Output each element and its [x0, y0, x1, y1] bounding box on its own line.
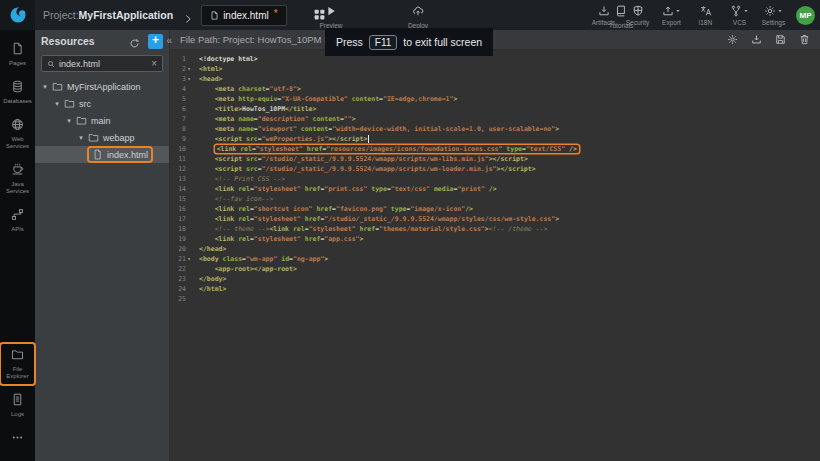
code-line-8[interactable]: 8 <meta name="viewport" content="width=d… — [170, 124, 820, 134]
tree-item-myfirstapplication[interactable]: ▾MyFirstApplication — [35, 78, 169, 95]
folder-icon — [11, 347, 24, 364]
tree-item-inner: src — [61, 97, 94, 110]
add-resource-button[interactable]: + — [148, 34, 163, 49]
code-line-4[interactable]: 4 <meta charset="utf-8"> — [170, 84, 820, 94]
expand-caret-icon[interactable]: ▾ — [41, 83, 49, 91]
search-input[interactable] — [59, 59, 147, 69]
tree-item-main[interactable]: ▾main — [35, 112, 169, 129]
export-button[interactable]: Export — [656, 5, 687, 26]
line-number: 19 — [170, 234, 194, 244]
code-text: <link rel="shortcut icon" href="favicon.… — [194, 204, 473, 214]
resources-title: Resources — [41, 35, 129, 47]
icon-row — [588, 5, 619, 18]
icon-row — [656, 5, 687, 18]
code-line-15[interactable]: 15 <!--fav icon--> — [170, 194, 820, 204]
code-line-2[interactable]: 2▾<html> — [170, 64, 820, 74]
clear-search-icon[interactable]: × — [151, 59, 157, 69]
expand-caret-icon[interactable]: ▾ — [77, 134, 85, 142]
trash-icon[interactable] — [799, 34, 810, 45]
line-number: 22 — [170, 264, 194, 274]
artifacts-button[interactable]: Artifacts — [588, 5, 619, 26]
code-line-22[interactable]: 22 <app-root></app-root> — [170, 264, 820, 274]
translate-icon — [700, 5, 712, 17]
caret-down-icon — [743, 8, 749, 14]
code-line-1[interactable]: 1<!doctype html> — [170, 54, 820, 64]
code-line-13[interactable]: 13 <!-- Print CSS --> — [170, 174, 820, 184]
code-text: <meta http-equiv="X-UA-Compatible" conte… — [194, 94, 457, 104]
line-number: 24 — [170, 284, 194, 294]
action-label: Artifacts — [588, 19, 619, 26]
code-line-10[interactable]: 10 <link rel="stylesheet" href="resource… — [170, 144, 820, 154]
code-text: <script src="/studio/_static_/9.9.9.5524… — [194, 164, 536, 174]
sidebar-item-more[interactable] — [1, 427, 34, 452]
code-line-12[interactable]: 12 <script src="/studio/_static_/9.9.9.5… — [170, 164, 820, 174]
code-line-3[interactable]: 3▾<head> — [170, 74, 820, 84]
line-number: 6 — [170, 104, 194, 114]
refresh-icon[interactable] — [129, 35, 141, 47]
tree-item-label: index.html — [107, 150, 148, 160]
action-label: Export — [656, 19, 687, 26]
code-line-16[interactable]: 16 <link rel="shortcut icon" href="favic… — [170, 204, 820, 214]
code-line-5[interactable]: 5 <meta http-equiv="X-UA-Compatible" con… — [170, 94, 820, 104]
expand-caret-icon[interactable]: ▾ — [65, 117, 73, 125]
left-rail: PagesDatabasesWeb ServicesJava ServicesA… — [0, 30, 35, 461]
code-line-24[interactable]: 24</html> — [170, 284, 820, 294]
code-line-17[interactable]: 17 <link rel="stylesheet" href="/studio/… — [170, 214, 820, 224]
line-number: 15 — [170, 194, 194, 204]
sidebar-item-apis[interactable]: APIs — [1, 204, 34, 237]
expand-caret-icon[interactable]: ▾ — [53, 100, 61, 108]
line-number: 20 — [170, 244, 194, 254]
security-button[interactable]: Security — [622, 5, 653, 26]
search-icon — [47, 60, 55, 68]
code-line-19[interactable]: 19 <link rel="stylesheet" href="app.css"… — [170, 234, 820, 244]
code-line-14[interactable]: 14 <link rel="stylesheet" href="print.cs… — [170, 184, 820, 194]
code-text: <title>HowTos_10PM</title> — [194, 104, 316, 114]
code-line-18[interactable]: 18 <!-- theme --><link rel="stylesheet" … — [170, 224, 820, 234]
sidebar-item-label: Pages — [1, 60, 34, 67]
line-number: 7 — [170, 114, 194, 124]
icon-row — [690, 5, 721, 18]
code-area[interactable]: 1<!doctype html>2▾<html>3▾<head>4 <meta … — [170, 50, 820, 304]
code-line-23[interactable]: 23</body> — [170, 274, 820, 284]
settings-button[interactable]: Settings — [758, 5, 789, 26]
sidebar-item-java-services[interactable]: Java Services — [1, 159, 34, 199]
code-line-11[interactable]: 11 <script src="/studio/_static_/9.9.9.5… — [170, 154, 820, 164]
tree-item-label: MyFirstApplication — [67, 82, 141, 92]
code-line-25[interactable]: 25 — [170, 294, 820, 304]
user-avatar[interactable]: MP — [796, 6, 815, 25]
code-text: <meta charset="utf-8"> — [194, 84, 301, 94]
line-number: 12 — [170, 164, 194, 174]
i18n-button[interactable]: i18N — [690, 5, 721, 26]
sidebar-item-label: File Explorer — [1, 366, 34, 380]
save-icon[interactable] — [775, 34, 786, 45]
sidebar-item-web-services[interactable]: Web Services — [1, 114, 34, 154]
globe-icon — [11, 117, 24, 134]
chevron-right-icon[interactable] — [183, 10, 193, 20]
open-file-tab[interactable]: index.html * — [201, 5, 286, 26]
text-cursor — [368, 135, 369, 143]
tree-item-index.html[interactable]: index.html — [35, 146, 169, 163]
wavemaker-logo[interactable] — [0, 0, 35, 30]
sidebar-item-file-explorer[interactable]: File Explorer — [1, 344, 34, 384]
code-line-20[interactable]: 20</head> — [170, 244, 820, 254]
file-path-bar: File Path: Project: HowTos_10PM > src/ma… — [170, 30, 820, 50]
shield-icon — [632, 5, 644, 17]
download-icon[interactable] — [751, 34, 762, 45]
icon-row — [724, 5, 755, 18]
sidebar-item-pages[interactable]: Pages — [1, 38, 34, 71]
vcs-button[interactable]: VCS — [724, 5, 755, 26]
sidebar-item-databases[interactable]: Databases — [1, 76, 34, 109]
preview-button[interactable]: Preview — [308, 3, 354, 29]
code-line-9[interactable]: 9 <script src="wmProperties.js"></script… — [170, 134, 820, 144]
code-line-6[interactable]: 6 <title>HowTos_10PM</title> — [170, 104, 820, 114]
collapse-panel-icon[interactable]: « — [166, 35, 172, 46]
sidebar-item-logs[interactable]: Logs — [1, 389, 34, 422]
gear-icon[interactable] — [727, 34, 738, 45]
code-line-7[interactable]: 7 <meta name="description" content=""> — [170, 114, 820, 124]
tree-item-webapp[interactable]: ▾webapp — [35, 129, 169, 146]
wavemaker-studio-window: Project:MyFirstApplication index.html * … — [0, 0, 820, 461]
deploy-button[interactable]: Deploy — [395, 3, 441, 29]
tree-item-src[interactable]: ▾src — [35, 95, 169, 112]
line-number: 8 — [170, 124, 194, 134]
code-line-21[interactable]: 21▾<body class="wm-app" id="ng-app"> — [170, 254, 820, 264]
